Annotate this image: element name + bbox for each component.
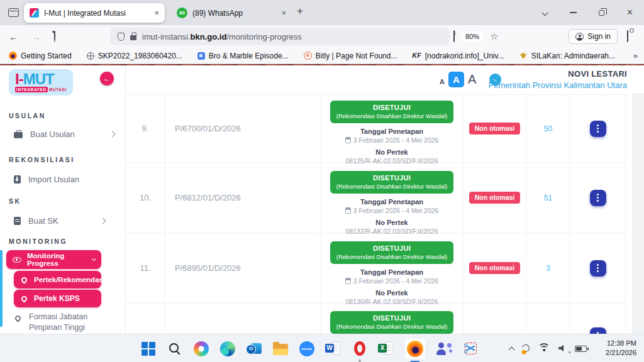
tab-whatsapp[interactable]: 89 (89) WhatsApp × (171, 3, 292, 23)
non-otomasi-badge: Non otomasi (469, 262, 521, 274)
edge-icon (220, 341, 235, 356)
bookmark-bitly[interactable]: b Bitly | Page Not Found... (304, 52, 397, 60)
user-name: NOVI LESTARI (489, 69, 627, 79)
copilot-button[interactable] (192, 337, 209, 360)
table-cell-otomasi: Non otomasi (464, 163, 526, 233)
outlook-button[interactable] (245, 337, 262, 360)
tray-battery-button[interactable] (575, 343, 587, 354)
bookmark-getting-started[interactable]: Getting Started (9, 52, 72, 60)
sidebar-heading-rekonsiliasi: REKONSILIASI (9, 156, 75, 163)
teams-button[interactable] (436, 337, 453, 360)
row-actions-button[interactable] (590, 260, 606, 277)
table-cell-nomor-usulan: P/6812/01/D/2026 (165, 163, 321, 233)
tray-show-hidden-button[interactable] (509, 343, 514, 354)
word-icon: W (325, 342, 341, 356)
sidebar-heading-sk: SK (9, 197, 21, 205)
font-size-large-button[interactable]: A (468, 72, 476, 87)
document-icon (14, 217, 21, 225)
page-scroll-gutter[interactable] (632, 93, 644, 334)
chevron-down-icon (542, 9, 548, 16)
list-all-tabs-button[interactable] (531, 11, 559, 15)
pin-icon (14, 314, 22, 322)
sidebar-item-buat-sk[interactable]: Buat SK (14, 216, 114, 226)
close-tab-icon[interactable]: × (154, 8, 159, 18)
minimize-button[interactable] (559, 12, 587, 13)
video-site-icon (197, 52, 205, 60)
search-icon (168, 342, 182, 356)
sidebar-heading-monitoring: MONITORING (9, 238, 67, 245)
url-bar[interactable]: imut-instansi.bkn.go.id/monitoring-progr… (110, 28, 450, 45)
tray-volume-button[interactable]: × (558, 343, 567, 354)
clock-time: 12:38 PM (606, 339, 636, 348)
imut-favicon (30, 8, 39, 18)
word-button[interactable]: W (325, 337, 341, 360)
row-actions-button[interactable] (590, 327, 606, 334)
row-actions-button[interactable] (590, 121, 606, 137)
globe-icon (87, 52, 94, 60)
non-otomasi-badge: Non otomasi (469, 192, 521, 204)
table-cell-action (570, 233, 626, 304)
bookmarks-overflow-chevron[interactable]: » (633, 51, 638, 60)
new-tab-button[interactable]: + (297, 5, 303, 18)
sidebar-item-buat-usulan[interactable]: Buat Usulan (14, 129, 114, 139)
bookmark-skp2022[interactable]: SKP2022_1983060420... (87, 52, 182, 60)
sidebar-item-import-usulan[interactable]: Import Usulan (14, 175, 79, 184)
extensions-button[interactable] (627, 31, 628, 42)
zoom-app-icon: zoom (299, 341, 314, 356)
snipping-tool-button[interactable] (462, 337, 479, 360)
close-window-button[interactable]: × (616, 7, 644, 18)
sign-in-button[interactable]: Sign in (569, 29, 618, 44)
imut-logo[interactable]: I-MUT INTEGRATEDMUTASI (9, 69, 73, 96)
bookmark-bro-marble[interactable]: Bro & Marble Episode... (197, 52, 289, 60)
shield-icon[interactable] (118, 33, 125, 41)
back-button[interactable]: ← (9, 31, 18, 42)
taskbar-clock[interactable]: 12:38 PM 2/21/2026 (606, 339, 636, 358)
bookmark-silakan[interactable]: SILaKan: Admindaerah... (519, 52, 615, 60)
sidebar: I-MUT INTEGRATEDMUTASI USULAN Buat Usula… (0, 65, 126, 334)
table-cell-otomasi: Non otomasi (464, 95, 526, 163)
sidebar-item-pertek-rekomendasi[interactable]: Pertek/Rekomendasi (14, 271, 101, 288)
status-badge: DISETUJUI (Rekomendasi Disahkan Direktur… (330, 171, 453, 194)
font-size-medium-button[interactable]: A (448, 72, 464, 87)
sidebar-item-monitoring-progress[interactable]: Monitoring Progress (6, 250, 101, 269)
sidebar-item-formasi-jabatan[interactable]: Formasi Jabatan Pimpinan Tinggi (14, 312, 108, 333)
file-explorer-button[interactable] (272, 337, 289, 360)
reload-button[interactable] (54, 31, 55, 42)
chevron-right-icon (99, 218, 106, 224)
zoom-level-indicator[interactable]: 80% (461, 31, 484, 41)
table-cell-no: 11. (126, 233, 165, 304)
opera-button[interactable] (351, 337, 368, 360)
tray-wifi-button[interactable] (538, 343, 550, 354)
user-organization: Pemerintah Provinsi Kalimantan Utara (489, 80, 627, 90)
restore-button[interactable] (587, 10, 616, 16)
close-tab-icon[interactable]: × (281, 8, 286, 18)
font-size-small-button[interactable]: A (440, 78, 445, 85)
save-page-button[interactable] (453, 31, 455, 42)
edge-button[interactable] (219, 337, 236, 360)
tray-update-button[interactable] (522, 343, 530, 354)
row-actions-button[interactable] (590, 190, 606, 206)
wifi-icon (538, 343, 550, 352)
puzzle-icon (627, 30, 628, 42)
sidebar-item-pertek-ksps[interactable]: Pertek KSPS (14, 290, 101, 307)
lock-icon[interactable] (130, 35, 136, 40)
excel-button[interactable]: X (377, 337, 394, 360)
tab-imut[interactable]: I-Mut | Integrated Mutasi × (24, 3, 165, 23)
chevron-up-icon (509, 346, 515, 353)
sidebar-collapse-button[interactable]: ← (100, 72, 114, 85)
firefox-button[interactable] (404, 337, 426, 360)
user-info[interactable]: NOVI LESTARI Pemerintah Provinsi Kaliman… (489, 69, 627, 90)
taskbar-search-button[interactable] (166, 337, 183, 360)
zoom-app-button[interactable]: zoom (298, 337, 315, 360)
chevron-down-icon (91, 256, 96, 261)
garuda-icon (519, 52, 528, 59)
table-cell-count: 50 (526, 95, 570, 163)
browser-tab-bar: I-Mut | Integrated Mutasi × 89 (89) What… (0, 0, 644, 25)
firefox-view-button[interactable] (6, 6, 20, 19)
bookmark-star-icon[interactable]: ☆ (490, 31, 498, 42)
bookmark-nodrakorid[interactable]: KF [nodrakorid.info]_Univ... (412, 52, 504, 60)
start-button[interactable] (140, 337, 157, 360)
taskbar: zoom W X × 12:38 PM 2/21/2026 (0, 334, 644, 362)
excel-icon: X (378, 342, 394, 356)
save-page-icon (453, 30, 455, 42)
